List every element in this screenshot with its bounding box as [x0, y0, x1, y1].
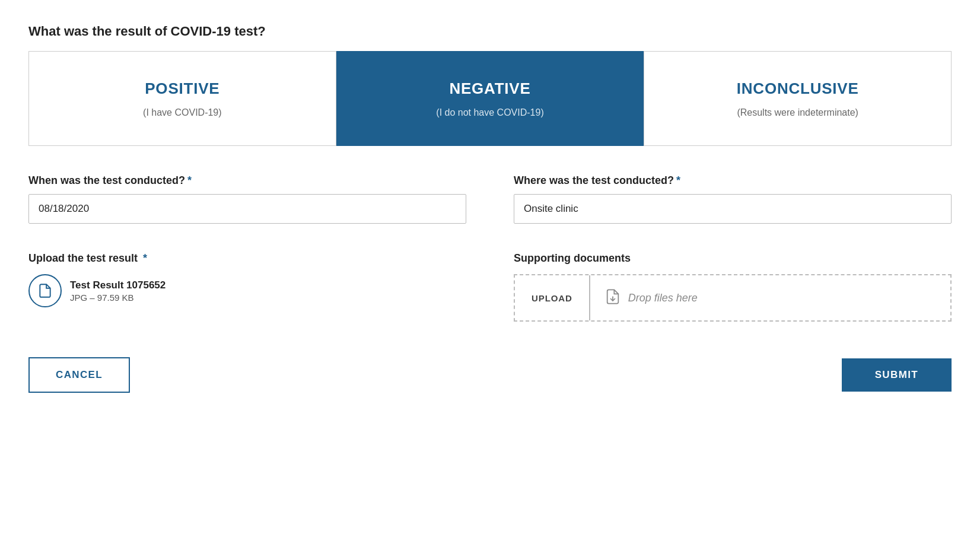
supporting-docs-title: Supporting documents — [514, 252, 952, 265]
file-info: Test Result 1075652 JPG – 97.59 KB — [70, 279, 166, 303]
date-field-label: When was the test conducted?* — [28, 174, 466, 187]
upload-title: Upload the test result * — [28, 252, 466, 265]
file-meta: JPG – 97.59 KB — [70, 293, 166, 303]
date-field-group: When was the test conducted?* — [28, 174, 466, 224]
fields-row: When was the test conducted?* Where was … — [28, 174, 952, 224]
upload-row: Upload the test result * Test Result 107… — [28, 252, 952, 322]
drop-area: Drop files here — [590, 276, 950, 319]
uploaded-file: Test Result 1075652 JPG – 97.59 KB — [28, 274, 466, 307]
result-label-positive: POSITIVE — [145, 80, 219, 98]
drop-file-icon — [604, 288, 621, 307]
result-sub-positive: (I have COVID-19) — [143, 107, 221, 118]
upload-button[interactable]: UPLOAD — [515, 275, 590, 320]
drop-text: Drop files here — [628, 292, 698, 304]
file-icon — [37, 283, 53, 298]
result-sub-negative: (I do not have COVID-19) — [436, 107, 543, 118]
location-field-group: Where was the test conducted?* — [514, 174, 952, 224]
actions-row: CANCEL SUBMIT — [28, 357, 952, 393]
result-label-inconclusive: INCONCLUSIVE — [737, 80, 859, 98]
location-input[interactable] — [514, 194, 952, 224]
result-card-negative[interactable]: NEGATIVE (I do not have COVID-19) — [336, 51, 644, 146]
file-name: Test Result 1075652 — [70, 279, 166, 291]
result-card-positive[interactable]: POSITIVE (I have COVID-19) — [28, 51, 336, 146]
cancel-button[interactable]: CANCEL — [28, 357, 130, 393]
submit-button[interactable]: SUBMIT — [842, 358, 952, 392]
drop-zone[interactable]: UPLOAD Drop files here — [514, 274, 952, 322]
result-sub-inconclusive: (Results were indeterminate) — [737, 107, 858, 118]
result-label-negative: NEGATIVE — [449, 80, 530, 98]
covid-question: What was the result of COVID-19 test? — [28, 24, 952, 39]
result-options-group: POSITIVE (I have COVID-19) NEGATIVE (I d… — [28, 51, 952, 146]
date-input[interactable] — [28, 194, 466, 224]
location-field-label: Where was the test conducted?* — [514, 174, 952, 187]
file-icon-circle — [28, 274, 62, 307]
supporting-docs-section: Supporting documents UPLOAD Drop files h… — [514, 252, 952, 322]
upload-section: Upload the test result * Test Result 107… — [28, 252, 466, 322]
result-card-inconclusive[interactable]: INCONCLUSIVE (Results were indeterminate… — [644, 51, 952, 146]
